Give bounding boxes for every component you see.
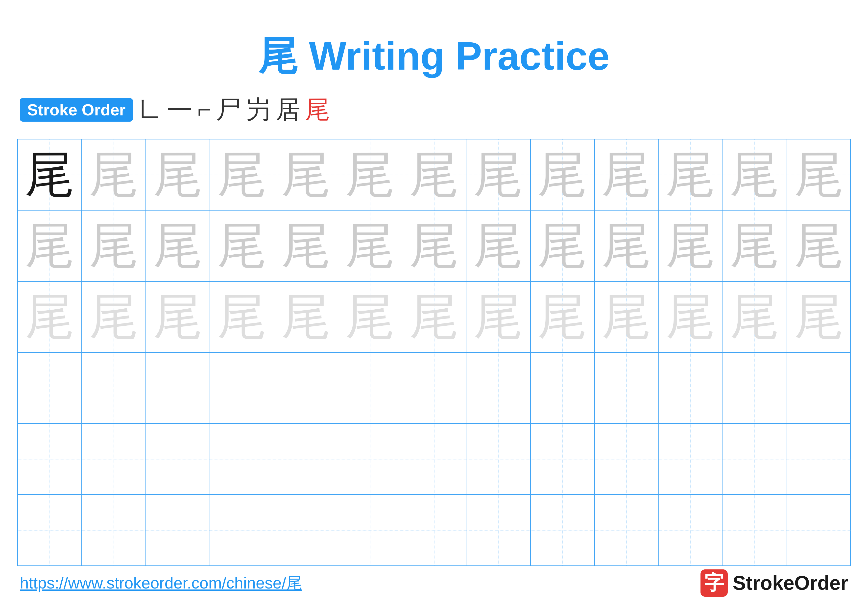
grid-cell-2-11: 尾 <box>723 210 787 281</box>
grid-cell-1-1: 尾 <box>82 140 146 210</box>
grid-cell-6-7[interactable] <box>467 495 530 566</box>
grid-cell-3-3: 尾 <box>210 281 274 352</box>
grid-cell-4-10[interactable] <box>659 353 723 423</box>
grid-cell-4-2[interactable] <box>146 353 210 423</box>
grid-cell-5-3[interactable] <box>210 424 274 494</box>
char-gray: 尾 <box>409 221 459 271</box>
grid-cell-3-10: 尾 <box>659 281 723 352</box>
stroke-order-row: Stroke Order ㇗ ㇐ ⌐ 尸 屶 居 尾 <box>20 93 868 127</box>
grid-cell-6-11[interactable] <box>723 495 787 566</box>
grid-cell-4-5[interactable] <box>338 353 402 423</box>
char-gray: 尾 <box>602 221 651 271</box>
grid-row-2: 尾 尾 尾 尾 尾 尾 尾 尾 尾 尾 尾 尾 <box>18 210 850 281</box>
grid-cell-1-12: 尾 <box>787 140 851 210</box>
grid-cell-4-1[interactable] <box>82 353 146 423</box>
footer-logo-text: StrokeOrder <box>733 572 848 594</box>
char-gray: 尾 <box>153 221 203 271</box>
grid-cell-2-2: 尾 <box>146 210 210 281</box>
footer: https://www.strokeorder.com/chinese/尾 字 … <box>0 569 868 597</box>
char-gray: 尾 <box>281 150 331 200</box>
grid-cell-4-12[interactable] <box>787 353 851 423</box>
char-gray: 尾 <box>474 150 523 200</box>
stroke-step-7: 尾 <box>305 93 330 127</box>
grid-cell-5-11[interactable] <box>723 424 787 494</box>
grid-cell-2-6: 尾 <box>402 210 467 281</box>
grid-cell-2-10: 尾 <box>659 210 723 281</box>
char-light-gray: 尾 <box>730 292 780 342</box>
grid-cell-6-3[interactable] <box>210 495 274 566</box>
grid-cell-6-4[interactable] <box>274 495 338 566</box>
grid-cell-5-0[interactable] <box>18 424 82 494</box>
grid-cell-4-11[interactable] <box>723 353 787 423</box>
char-gray: 尾 <box>89 221 139 271</box>
grid-cell-6-12[interactable] <box>787 495 851 566</box>
char-gray: 尾 <box>794 150 844 200</box>
char-gray: 尾 <box>538 150 587 200</box>
char-light-gray: 尾 <box>89 292 139 342</box>
grid-cell-4-6[interactable] <box>402 353 467 423</box>
grid-cell-5-7[interactable] <box>467 424 530 494</box>
grid-cell-2-7: 尾 <box>467 210 530 281</box>
stroke-step-2: ㇐ <box>167 93 192 127</box>
char-gray: 尾 <box>25 221 74 271</box>
char-light-gray: 尾 <box>25 292 74 342</box>
page-title: 尾 Writing Practice <box>0 30 868 83</box>
stroke-step-5: 屶 <box>246 93 271 127</box>
grid-cell-6-6[interactable] <box>402 495 467 566</box>
char-light-gray: 尾 <box>602 292 651 342</box>
char-dark-reference: 尾 <box>25 150 74 200</box>
grid-cell-5-1[interactable] <box>82 424 146 494</box>
grid-cell-3-8: 尾 <box>531 281 595 352</box>
char-gray: 尾 <box>89 150 139 200</box>
grid-cell-6-10[interactable] <box>659 495 723 566</box>
grid-cell-6-8[interactable] <box>531 495 595 566</box>
grid-cell-6-2[interactable] <box>146 495 210 566</box>
char-light-gray: 尾 <box>666 292 715 342</box>
char-light-gray: 尾 <box>538 292 587 342</box>
grid-cell-3-2: 尾 <box>146 281 210 352</box>
grid-cell-3-7: 尾 <box>467 281 530 352</box>
char-gray: 尾 <box>281 221 331 271</box>
grid-cell-5-2[interactable] <box>146 424 210 494</box>
grid-cell-2-3: 尾 <box>210 210 274 281</box>
footer-url[interactable]: https://www.strokeorder.com/chinese/尾 <box>20 572 302 594</box>
grid-cell-2-1: 尾 <box>82 210 146 281</box>
grid-cell-4-3[interactable] <box>210 353 274 423</box>
char-gray: 尾 <box>730 150 780 200</box>
grid-cell-4-4[interactable] <box>274 353 338 423</box>
grid-cell-3-12: 尾 <box>787 281 851 352</box>
grid-cell-4-9[interactable] <box>595 353 659 423</box>
char-gray: 尾 <box>474 221 523 271</box>
stroke-order-badge: Stroke Order <box>20 98 133 121</box>
grid-cell-5-5[interactable] <box>338 424 402 494</box>
stroke-step-1: ㇗ <box>138 93 163 127</box>
char-gray: 尾 <box>217 221 267 271</box>
grid-cell-5-9[interactable] <box>595 424 659 494</box>
grid-row-1: 尾 尾 尾 尾 尾 尾 尾 尾 尾 尾 尾 尾 <box>18 140 850 210</box>
grid-cell-6-5[interactable] <box>338 495 402 566</box>
grid-cell-4-8[interactable] <box>531 353 595 423</box>
grid-cell-3-6: 尾 <box>402 281 467 352</box>
grid-row-6 <box>18 495 850 566</box>
grid-cell-5-12[interactable] <box>787 424 851 494</box>
grid-cell-4-7[interactable] <box>467 353 530 423</box>
grid-cell-6-1[interactable] <box>82 495 146 566</box>
grid-cell-5-6[interactable] <box>402 424 467 494</box>
grid-cell-3-0: 尾 <box>18 281 82 352</box>
grid-cell-3-9: 尾 <box>595 281 659 352</box>
grid-cell-1-5: 尾 <box>338 140 402 210</box>
grid-cell-6-9[interactable] <box>595 495 659 566</box>
char-gray: 尾 <box>217 150 267 200</box>
grid-row-5 <box>18 424 850 495</box>
char-gray: 尾 <box>602 150 651 200</box>
grid-cell-5-4[interactable] <box>274 424 338 494</box>
grid-cell-2-12: 尾 <box>787 210 851 281</box>
grid-cell-1-3: 尾 <box>210 140 274 210</box>
grid-row-3: 尾 尾 尾 尾 尾 尾 尾 尾 尾 尾 尾 尾 <box>18 281 850 353</box>
grid-cell-5-10[interactable] <box>659 424 723 494</box>
grid-cell-5-8[interactable] <box>531 424 595 494</box>
char-gray: 尾 <box>153 150 203 200</box>
grid-cell-2-4: 尾 <box>274 210 338 281</box>
grid-cell-4-0[interactable] <box>18 353 82 423</box>
grid-cell-6-0[interactable] <box>18 495 82 566</box>
